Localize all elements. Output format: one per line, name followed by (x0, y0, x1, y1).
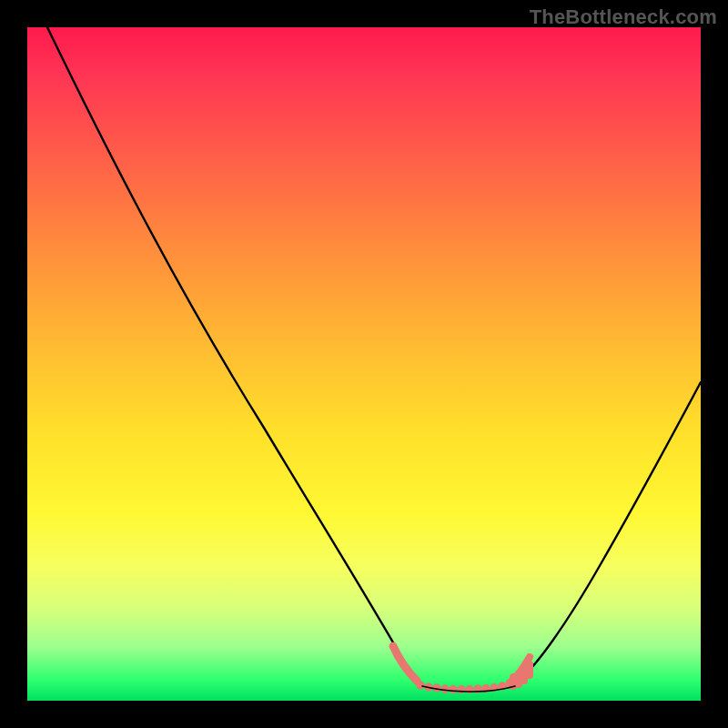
svg-point-3 (441, 685, 449, 693)
right-curve (522, 382, 701, 677)
svg-point-0 (417, 682, 424, 689)
watermark-text: TheBottleneck.com (530, 5, 717, 29)
svg-point-4 (450, 685, 457, 693)
chart-frame: TheBottleneck.com (0, 0, 728, 728)
pink-segment-left (393, 646, 417, 681)
plot-area (27, 27, 701, 701)
left-curve (47, 27, 422, 686)
curve-overlay (27, 27, 701, 701)
